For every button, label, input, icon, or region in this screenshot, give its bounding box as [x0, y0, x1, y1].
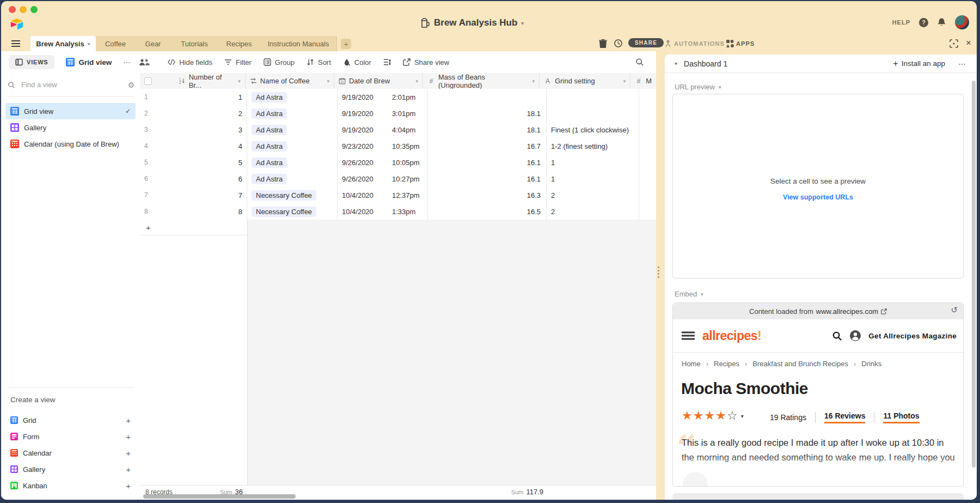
hide-fields-button[interactable]: Hide fields [162, 55, 218, 69]
chevron-down-icon[interactable]: ▾ [416, 78, 419, 84]
chevron-down-icon[interactable]: ▾ [532, 78, 535, 84]
traffic-light-zoom[interactable] [30, 6, 38, 13]
traffic-light-minimize[interactable] [20, 6, 27, 13]
column-header-number-of-brews[interactable]: 12 Number of Br... ▾ [175, 73, 246, 89]
account-icon[interactable] [849, 330, 861, 342]
color-button[interactable]: Color [337, 55, 377, 69]
table-row[interactable]: 6 6 Ad Astra 9/26/202010:27pm 16.1 1 [140, 171, 656, 187]
traffic-light-close[interactable] [9, 6, 16, 13]
embed-source-domain[interactable]: www.allrecipes.com [816, 307, 878, 316]
automations-button[interactable]: AUTOMATIONS [674, 40, 725, 47]
chevron-down-icon[interactable]: ▾ [623, 78, 626, 84]
help-button[interactable]: HELP [892, 19, 910, 26]
share-button[interactable]: SHARE [628, 38, 664, 47]
base-title[interactable]: Brew Analysis Hub ▾ [420, 16, 524, 29]
table-row[interactable]: 7 7 Necessary Coffee 10/4/202012:37pm 16… [140, 187, 656, 204]
plus-icon[interactable]: + [126, 432, 131, 441]
panel-scrollbar[interactable] [972, 81, 976, 468]
ratings-count[interactable]: 19 Ratings [770, 413, 806, 422]
column-header-name-of-coffee[interactable]: Name of Coffee ▾ [246, 73, 334, 89]
automations-icon[interactable] [664, 40, 672, 47]
photos-link[interactable]: 11 Photos [883, 411, 919, 423]
dashboard-title[interactable]: Dashboard 1 [684, 59, 727, 68]
sum-mass-of-beans[interactable]: Sum117.9 [428, 488, 543, 496]
share-view-button[interactable]: Share view [397, 55, 455, 69]
dashboard-menu-ellipsis[interactable]: ⋯ [958, 59, 966, 68]
column-header-grind-setting[interactable]: A Grind setting ▾ [540, 73, 630, 89]
filter-button[interactable]: Filter [218, 55, 258, 69]
search-icon[interactable] [832, 331, 842, 341]
create-kanban-view[interactable]: Kanban + [5, 477, 136, 494]
group-button[interactable]: Group [258, 55, 301, 69]
breadcrumb-drinks[interactable]: Drinks [861, 360, 881, 368]
add-table-button[interactable]: + [341, 39, 351, 49]
help-question-icon[interactable]: ? [919, 18, 928, 27]
find-view-input[interactable] [20, 80, 122, 89]
breadcrumb-recipes[interactable]: Recipes [714, 360, 739, 368]
sidebar-item-gallery-view[interactable]: Gallery [5, 119, 136, 136]
menu-hamburger-icon[interactable] [682, 331, 695, 340]
tab-instruction-manuals[interactable]: Instruction Manuals [260, 36, 337, 51]
table-row[interactable]: 1 1 Ad Astra 9/19/20202:01pm [140, 89, 656, 106]
create-form-view[interactable]: Form + [5, 428, 136, 445]
plus-icon[interactable]: + [126, 465, 131, 474]
notifications-bell-icon[interactable] [937, 17, 946, 27]
reviews-link[interactable]: 16 Reviews [824, 411, 866, 423]
user-avatar[interactable] [955, 15, 969, 29]
tab-brew-analysis[interactable]: Brew Analysis ▾ [30, 36, 96, 51]
history-icon[interactable] [614, 39, 623, 48]
select-all-checkbox[interactable] [144, 77, 152, 85]
search-icon[interactable] [635, 58, 644, 66]
view-supported-urls-link[interactable]: View supported URLs [673, 193, 963, 201]
apps-button[interactable]: APPS [736, 40, 755, 47]
plus-icon[interactable]: + [126, 416, 131, 425]
table-row[interactable]: 8 8 Necessary Coffee 10/4/20201:33pm 16.… [140, 203, 656, 220]
get-magazine-link[interactable]: Get Allrecipes Magazine [868, 332, 957, 340]
sidebar-toggle-hamburger-icon[interactable] [11, 39, 21, 48]
collaborators-icon[interactable] [139, 58, 150, 66]
tab-tutorials[interactable]: Tutorials [171, 36, 218, 51]
star-rating[interactable]: ★★★★☆▾ [682, 409, 744, 423]
tab-chevron-down-icon[interactable]: ▾ [88, 41, 90, 47]
plus-icon[interactable]: + [126, 481, 131, 490]
sidebar-item-calendar-view[interactable]: Calendar (using Date of Brew) [5, 136, 136, 152]
select-all-checkbox-cell[interactable] [140, 73, 175, 89]
view-settings-gear-icon[interactable]: ⚙ [127, 81, 134, 89]
chevron-down-icon[interactable]: ▾ [238, 78, 241, 84]
apps-icon[interactable] [726, 40, 734, 47]
create-calendar-view[interactable]: Calendar + [5, 445, 136, 461]
create-grid-view[interactable]: Grid + [5, 412, 136, 428]
tab-coffee[interactable]: Coffee [96, 36, 136, 51]
view-options-ellipsis[interactable]: ⋯ [123, 58, 131, 66]
embed-app-label[interactable]: Embed▾ [675, 290, 703, 298]
trash-icon[interactable] [599, 39, 607, 48]
views-toggle-button[interactable]: VIEWS [9, 55, 54, 69]
external-link-icon[interactable] [881, 308, 887, 314]
chevron-down-icon[interactable]: ▾ [675, 60, 677, 66]
table-row[interactable]: 4 4 Ad Astra 9/23/202010:35pm 16.7 1-2 (… [140, 138, 656, 155]
horizontal-scrollbar[interactable] [143, 494, 296, 499]
table-row[interactable]: 5 5 Ad Astra 9/26/202010:05pm 16.1 1 [140, 154, 656, 171]
row-height-button[interactable] [377, 55, 397, 69]
table-row[interactable]: 3 3 Ad Astra 9/19/20204:04pm 18.1 Finest… [140, 122, 656, 138]
tab-recipes[interactable]: Recipes [218, 36, 261, 51]
table-row[interactable]: 2 2 Ad Astra 9/19/20203:01pm 18.1 [140, 105, 656, 122]
url-preview-app-label[interactable]: URL preview▾ [675, 83, 721, 91]
column-header-date-of-brew[interactable]: 31 Date of Brew ▾ [334, 73, 423, 89]
refresh-icon[interactable]: ↺ [951, 305, 958, 315]
breadcrumb-breakfast[interactable]: Breakfast and Brunch Recipes [752, 360, 848, 368]
add-record-row[interactable]: + [140, 220, 247, 235]
expand-panel-icon[interactable] [950, 39, 958, 48]
plus-icon[interactable]: + [126, 449, 131, 458]
allrecipes-logo[interactable]: allrecipes! [702, 329, 761, 343]
column-header-truncated[interactable]: # M [630, 73, 656, 89]
chevron-down-icon[interactable]: ▾ [327, 78, 329, 84]
tab-gear[interactable]: Gear [135, 36, 171, 51]
sidebar-item-grid-view[interactable]: Grid view ✓ [5, 103, 136, 119]
sort-button[interactable]: Sort [301, 55, 337, 69]
create-gallery-view[interactable]: Gallery + [5, 461, 136, 477]
close-panel-icon[interactable]: × [966, 38, 971, 49]
install-app-button[interactable]: +Install an app [893, 59, 945, 69]
breadcrumb-home[interactable]: Home [682, 360, 701, 368]
panel-resize-handle[interactable] [658, 266, 659, 278]
